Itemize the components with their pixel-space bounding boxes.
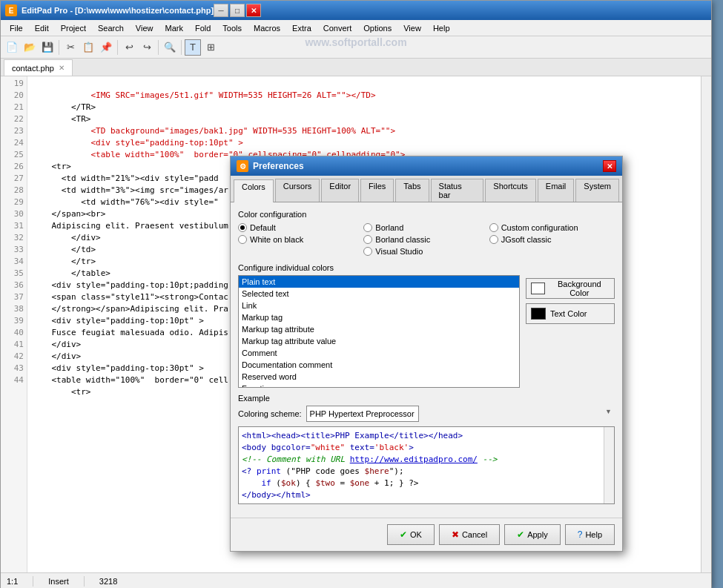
ok-label: OK — [410, 530, 422, 539]
apply-button[interactable]: ✔ Apply — [504, 524, 561, 545]
window-title: EditPad Pro - [D:\www\www\hostizer\conta… — [22, 6, 214, 15]
radio-default-label: Default — [250, 223, 276, 232]
radio-borland-label: Borland — [375, 223, 403, 232]
tab-colors[interactable]: Colors — [234, 179, 274, 202]
menu-mark[interactable]: Mark — [159, 22, 188, 34]
line-numbers: 1920212223242526272829303132333435363738… — [1, 76, 27, 572]
menu-edit[interactable]: Edit — [29, 22, 55, 34]
apply-icon: ✔ — [517, 529, 524, 540]
hex-mode-icon[interactable]: ⊞ — [202, 39, 219, 56]
color-item-selected-text[interactable]: Selected text — [239, 288, 519, 300]
tab-tabs[interactable]: Tabs — [395, 179, 429, 202]
text-color-label: Text Color — [550, 309, 587, 318]
coloring-scheme-select[interactable]: PHP Hypertext Preprocessor — [306, 406, 419, 422]
paste-icon[interactable]: 📌 — [98, 39, 114, 56]
tab-system[interactable]: System — [575, 179, 619, 202]
radio-custom-label: Custom configuration — [501, 223, 578, 232]
cut-icon[interactable]: ✂ — [62, 39, 79, 56]
radio-vs[interactable]: Visual Studio — [363, 247, 489, 256]
radio-vs-circle — [363, 247, 372, 256]
radio-jgsoft[interactable]: JGsoft classic — [489, 235, 615, 244]
menu-search[interactable]: Search — [92, 22, 130, 34]
dialog-close-button[interactable]: ✕ — [603, 160, 616, 172]
bg-color-swatch — [531, 283, 545, 294]
tab-cursors[interactable]: Cursors — [275, 179, 320, 202]
copy-icon[interactable]: 📋 — [80, 39, 96, 56]
scheme-row: Coloring scheme: PHP Hypertext Preproces… — [238, 406, 615, 422]
save-icon[interactable]: 💾 — [39, 39, 56, 56]
color-item-markup-tag-attr[interactable]: Markup tag attribute — [239, 323, 519, 335]
radio-custom[interactable]: Custom configuration — [489, 223, 615, 232]
code-preview: <html><head><title>PHP Example</title></… — [238, 426, 615, 504]
radio-white-black[interactable]: White on black — [238, 235, 363, 244]
tab-statusbar[interactable]: Status bar — [431, 179, 484, 202]
color-item-markup-tag-attr-val[interactable]: Markup tag attribute value — [239, 335, 519, 347]
colors-list[interactable]: Plain text Selected text Link Markup tag… — [238, 275, 520, 388]
background-color-button[interactable]: Background Color — [526, 278, 615, 299]
example-section: Example Coloring scheme: PHP Hypertext P… — [238, 394, 615, 504]
text-mode-icon[interactable]: T — [185, 39, 201, 56]
menu-view[interactable]: View — [130, 22, 159, 34]
color-item-comment[interactable]: Comment — [239, 347, 519, 359]
editor-scrollbar[interactable] — [701, 76, 711, 572]
file-size: 3218 — [99, 577, 117, 586]
maximize-button[interactable]: □ — [230, 4, 245, 17]
cancel-icon: ✖ — [452, 529, 459, 540]
minimize-button[interactable]: ─ — [214, 4, 228, 17]
apply-label: Apply — [527, 530, 548, 539]
colors-list-area: Plain text Selected text Link Markup tag… — [238, 275, 615, 388]
menu-help[interactable]: Help — [427, 22, 456, 34]
color-item-link[interactable]: Link — [239, 300, 519, 311]
tab-email[interactable]: Email — [538, 179, 575, 202]
cancel-label: Cancel — [462, 530, 487, 539]
color-item-function-name[interactable]: Function name — [239, 383, 519, 388]
file-tab[interactable]: contact.php ✕ — [4, 59, 73, 76]
radio-default[interactable]: Default — [238, 223, 363, 232]
open-icon[interactable]: 📂 — [22, 39, 38, 56]
radio-borland-classic[interactable]: Borland classic — [363, 235, 489, 244]
menu-file[interactable]: File — [4, 22, 29, 34]
color-item-reserved-word[interactable]: Reserved word — [239, 371, 519, 383]
menu-fold[interactable]: Fold — [189, 22, 217, 34]
radio-white-black-circle — [238, 235, 247, 244]
tab-shortcuts[interactable]: Shortcuts — [485, 179, 535, 202]
dialog-tabs: Colors Cursors Editor Files Tabs Status … — [231, 176, 622, 202]
dialog-title-text: Preferences — [253, 161, 304, 171]
tab-close-icon[interactable]: ✕ — [59, 64, 65, 72]
tab-editor[interactable]: Editor — [321, 179, 359, 202]
example-label: Example — [238, 394, 615, 403]
help-button[interactable]: ? Help — [565, 524, 615, 545]
menu-macros[interactable]: Macros — [248, 22, 286, 34]
color-item-markup-tag[interactable]: Markup tag — [239, 311, 519, 323]
search-icon[interactable]: 🔍 — [162, 39, 178, 56]
close-button[interactable]: ✕ — [246, 4, 261, 17]
radio-white-black-label: White on black — [250, 235, 303, 244]
radio-borland-classic-label: Borland classic — [375, 235, 430, 244]
color-config-radios: Default Borland Custom configuration Whi… — [238, 223, 615, 256]
text-color-button[interactable]: Text Color — [526, 303, 615, 324]
preview-scrollbar[interactable] — [604, 427, 614, 503]
configure-colors-label: Configure individual colors — [238, 263, 615, 272]
text-color-swatch — [531, 308, 546, 320]
menu-options[interactable]: Options — [357, 22, 397, 34]
dialog-icon: ⚙ — [237, 160, 248, 172]
menu-extra[interactable]: Extra — [286, 22, 317, 34]
menu-view2[interactable]: View — [397, 22, 427, 34]
color-item-plain-text[interactable]: Plain text — [239, 276, 519, 288]
menu-convert[interactable]: Convert — [317, 22, 358, 34]
menu-tools[interactable]: Tools — [217, 22, 248, 34]
ok-button[interactable]: ✔ OK — [387, 524, 435, 545]
preview-line-2: <body bgcolor="white" text='black'> — [242, 442, 611, 454]
radio-borland[interactable]: Borland — [363, 223, 489, 232]
cursor-position: 1:1 — [7, 577, 18, 586]
color-item-doc-comment[interactable]: Documentation comment — [239, 359, 519, 371]
undo-icon[interactable]: ↩ — [121, 39, 137, 56]
cancel-button[interactable]: ✖ Cancel — [439, 524, 500, 545]
toolbar: 📄 📂 💾 ✂ 📋 📌 ↩ ↪ 🔍 T ⊞ — [1, 36, 711, 59]
tab-files[interactable]: Files — [360, 179, 394, 202]
menu-project[interactable]: Project — [55, 22, 92, 34]
new-icon[interactable]: 📄 — [4, 39, 20, 56]
edit-mode: Insert — [48, 577, 69, 586]
redo-icon[interactable]: ↪ — [139, 39, 155, 56]
color-config-label: Color configuration — [238, 210, 615, 219]
